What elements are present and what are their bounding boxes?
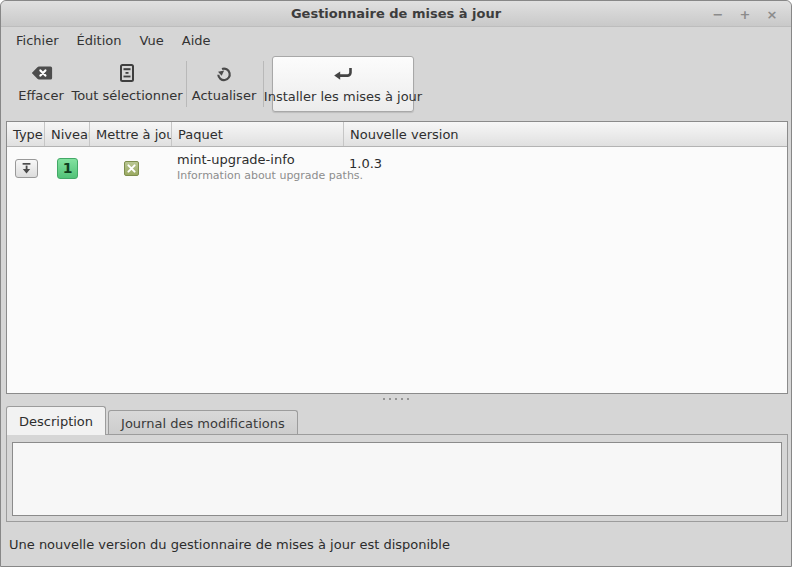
column-header-version[interactable]: Nouvelle version [344,122,787,146]
package-type-cell [7,147,45,189]
refresh-button-label: Actualiser [192,88,256,103]
column-header-package[interactable]: Paquet [172,122,344,146]
checkmark-icon [126,163,137,174]
clear-button[interactable]: Effacer [11,56,71,112]
splitter-dots [383,398,409,400]
window-title: Gestionnaire de mises à jour [1,6,791,21]
install-updates-button[interactable]: Installer les mises à jour [272,56,414,112]
update-checkbox[interactable] [124,161,139,176]
close-button[interactable]: × [763,5,781,23]
description-panel [6,434,788,522]
maximize-button[interactable]: + [736,5,754,23]
refresh-icon [212,63,236,83]
pane-splitter[interactable] [1,394,791,406]
package-download-icon [15,159,38,178]
description-textarea[interactable] [12,442,782,516]
select-all-button-label: Tout sélectionner [71,88,182,103]
install-updates-button-label: Installer les mises à jour [264,89,422,104]
minimize-button[interactable]: − [709,5,727,23]
statusbar: Une nouvelle version du gestionnaire de … [1,522,791,566]
tab-changelog[interactable]: Journal des modifications [108,410,298,435]
bottom-tabs: Description Journal des modifications [6,406,298,435]
select-all-icon [116,63,138,83]
level-cell: 1 [45,147,90,189]
package-name: mint-upgrade-info [177,152,363,167]
column-header-update[interactable]: Mettre à jour [90,122,172,146]
menu-item-vue[interactable]: Vue [132,30,170,51]
window-controls: − + × [709,1,781,27]
level-badge: 1 [57,158,78,179]
status-text: Une nouvelle version du gestionnaire de … [9,537,450,552]
table-row[interactable]: 1 mint-upgrade-info Information about up… [7,147,787,189]
column-header-type[interactable]: Type [7,122,45,146]
package-description: Information about upgrade paths. [177,169,363,182]
toolbar-separator [186,61,187,107]
menu-item-edition[interactable]: Édition [70,30,129,51]
package-version: 1.0.3 [349,156,382,171]
package-cell: mint-upgrade-info Information about upgr… [177,152,363,182]
clear-button-label: Effacer [18,88,64,103]
clear-icon [29,63,53,83]
window-titlebar[interactable]: Gestionnaire de mises à jour − + × [1,1,791,27]
menubar: Fichier Édition Vue Aide [1,28,791,52]
select-all-button[interactable]: Tout sélectionner [75,56,179,112]
table-header: Type Niveau Mettre à jour Paquet Nouvell… [7,122,787,147]
column-header-level[interactable]: Niveau [45,122,90,146]
enter-arrow-icon [330,64,356,84]
update-cell [90,147,172,189]
update-manager-window: Gestionnaire de mises à jour − + × Fichi… [0,0,792,567]
tab-description[interactable]: Description [6,406,106,435]
updates-table: Type Niveau Mettre à jour Paquet Nouvell… [6,121,788,394]
toolbar: Effacer Tout sélectionner Actualiser [1,53,791,115]
menu-item-fichier[interactable]: Fichier [9,30,66,51]
refresh-button[interactable]: Actualiser [193,56,255,112]
menu-item-aide[interactable]: Aide [175,30,218,51]
